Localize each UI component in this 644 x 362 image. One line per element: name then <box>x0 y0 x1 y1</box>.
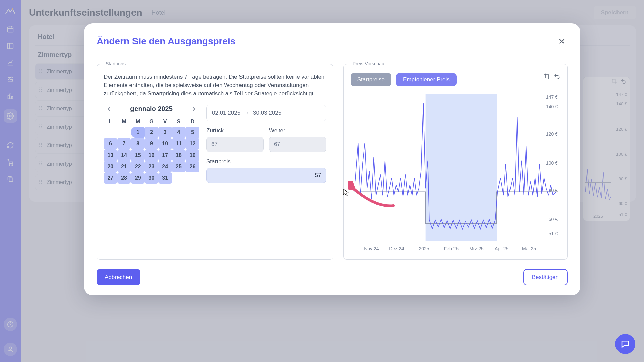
calendar-day[interactable]: 14 <box>117 149 131 161</box>
calendar-day[interactable]: 2 <box>145 127 158 138</box>
weekday-header: M <box>131 117 145 127</box>
x-0: Nov 24 <box>364 246 379 251</box>
calendar-day[interactable]: 11 <box>172 138 186 149</box>
calendar-day[interactable]: 5 <box>185 127 199 138</box>
calendar-day[interactable]: 15 <box>131 149 145 161</box>
calendar-day[interactable]: 17 <box>158 149 172 161</box>
preview-legend: Preis-Vorschau <box>351 61 386 66</box>
range-to: 30.03.2025 <box>253 110 281 116</box>
calendar-day[interactable]: 19 <box>185 149 199 161</box>
calendar-day[interactable]: 29 <box>131 172 145 184</box>
weekday-header: G <box>145 117 158 127</box>
y-5: 60 € <box>549 217 558 222</box>
startprice-input[interactable]: 57 <box>206 168 326 183</box>
crop-icon[interactable] <box>544 73 550 86</box>
x-4: Mrz 25 <box>469 246 484 251</box>
calendar-day[interactable]: 7 <box>117 138 131 149</box>
svg-rect-12 <box>425 94 496 241</box>
x-3: Feb 25 <box>444 246 459 251</box>
help-text: Der Zeitraum muss mindestens 7 Tage betr… <box>104 73 326 98</box>
calendar-day[interactable]: 4 <box>172 127 186 138</box>
calendar-day[interactable]: 24 <box>158 161 172 172</box>
prev-month-icon[interactable] <box>104 105 115 113</box>
calendar-day <box>117 127 131 138</box>
back-label: Zurück <box>206 127 264 134</box>
y-0: 147 € <box>546 94 558 100</box>
calendar-day[interactable]: 1 <box>131 127 145 138</box>
forward-label: Weiter <box>269 127 326 134</box>
weekday-header: V <box>158 117 172 127</box>
weekday-header: L <box>104 117 117 127</box>
startprice-label: Startpreis <box>206 158 326 165</box>
calendar-day <box>185 172 199 184</box>
x-1: Dez 24 <box>389 246 404 251</box>
calendar-day[interactable]: 10 <box>158 138 172 149</box>
x-2: 2025 <box>419 246 429 251</box>
y-3: 100 € <box>546 160 558 166</box>
weekday-header: S <box>172 117 186 127</box>
close-icon[interactable] <box>556 36 568 47</box>
startprice-fieldset: Startpreis Der Zeitraum muss mindestens … <box>97 64 333 260</box>
calendar-day[interactable]: 9 <box>145 138 158 149</box>
undo-icon[interactable] <box>554 73 560 86</box>
price-chart[interactable]: 147 € 140 € 120 € 100 € 80 € 60 € 51 € N… <box>351 90 560 251</box>
calendar-day[interactable]: 22 <box>131 161 145 172</box>
date-range-input[interactable]: 02.01.2025 → 30.03.2025 <box>206 105 326 121</box>
calendar-day[interactable]: 30 <box>145 172 158 184</box>
calendar-day[interactable]: 28 <box>117 172 131 184</box>
calendar: gennaio 2025 LMMGVSD12345678910111213141… <box>104 105 201 184</box>
calendar-day[interactable]: 6 <box>104 138 117 149</box>
calendar-day <box>104 127 117 138</box>
forward-input[interactable]: 67 <box>269 137 326 152</box>
range-arrow: → <box>244 110 250 116</box>
back-input[interactable]: 67 <box>206 137 264 152</box>
calendar-day[interactable]: 16 <box>145 149 158 161</box>
y-1: 140 € <box>546 104 558 109</box>
month-label: gennaio 2025 <box>117 105 186 113</box>
y-4: 80 € <box>549 188 558 193</box>
calendar-day[interactable]: 23 <box>145 161 158 172</box>
calendar-day <box>172 172 186 184</box>
calendar-day[interactable]: 31 <box>158 172 172 184</box>
chat-fab[interactable] <box>615 334 635 354</box>
toggle-recommended[interactable]: Empfohlener Preis <box>396 73 457 86</box>
preview-fieldset: Preis-Vorschau Startpreise Empfohlener P… <box>343 64 568 260</box>
calendar-day[interactable]: 3 <box>158 127 172 138</box>
modal: Ändern Sie den Ausgangspreis Startpreis … <box>84 23 580 295</box>
calendar-day[interactable]: 27 <box>104 172 117 184</box>
modal-title: Ändern Sie den Ausgangspreis <box>97 36 235 47</box>
range-from: 02.01.2025 <box>212 110 240 116</box>
calendar-day[interactable]: 12 <box>185 138 199 149</box>
calendar-day[interactable]: 21 <box>117 161 131 172</box>
x-6: Mai 25 <box>522 246 536 251</box>
weekday-header: D <box>185 117 199 127</box>
calendar-day[interactable]: 8 <box>131 138 145 149</box>
x-5: Apr 25 <box>495 246 508 251</box>
calendar-day[interactable]: 26 <box>185 161 199 172</box>
confirm-button[interactable]: Bestätigen <box>523 269 568 285</box>
y-6: 51 € <box>549 231 558 236</box>
next-month-icon[interactable] <box>188 105 199 113</box>
calendar-day[interactable]: 13 <box>104 149 117 161</box>
fieldset-legend: Startpreis <box>104 61 128 66</box>
calendar-day[interactable]: 20 <box>104 161 117 172</box>
toggle-startprices[interactable]: Startpreise <box>351 73 391 86</box>
calendar-day[interactable]: 25 <box>172 161 186 172</box>
weekday-header: M <box>117 117 131 127</box>
cancel-button[interactable]: Abbrechen <box>97 269 140 285</box>
calendar-day[interactable]: 18 <box>172 149 186 161</box>
y-2: 120 € <box>546 131 558 137</box>
